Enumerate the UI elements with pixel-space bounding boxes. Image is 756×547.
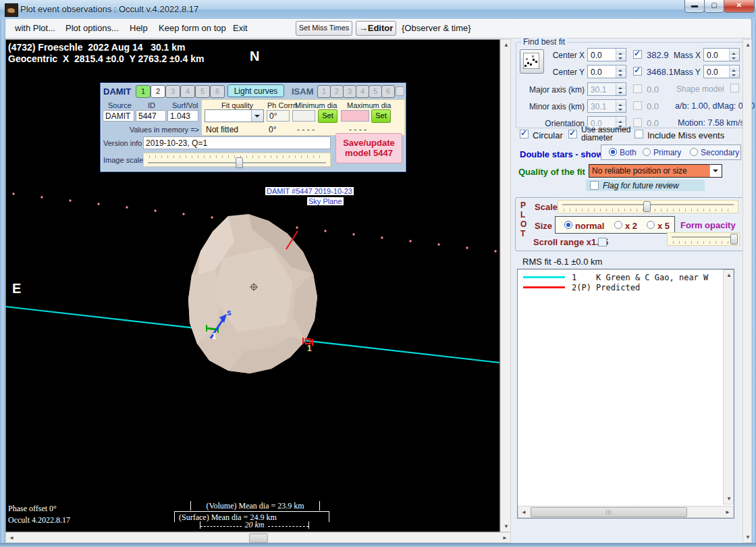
scroll-left-icon[interactable]: ◄ — [9, 535, 14, 541]
both-radio[interactable] — [609, 148, 617, 156]
center-x-input[interactable]: 0.0 — [587, 48, 626, 61]
id-input[interactable]: 5447 — [136, 110, 166, 122]
set-miss-times-button[interactable]: Set Miss Times — [296, 21, 352, 36]
image-scale-slider[interactable] — [143, 153, 331, 167]
isam-tab-4[interactable]: 4 — [356, 85, 369, 98]
damit-tab-5[interactable]: 5 — [195, 85, 210, 98]
legend-horizontal-scrollbar[interactable]: ◄ ► ||| — [518, 506, 734, 518]
primary-radio[interactable] — [643, 148, 651, 156]
memory-fit-value: Not fitted — [206, 125, 238, 134]
damit-tab-4[interactable]: 4 — [180, 85, 195, 98]
geocentric-line: Geocentric X 2815.4 ±0.0 Y 2763.2 ±0.4 k… — [8, 53, 204, 64]
version-info-input[interactable]: 2019-10-23, Q=1 — [143, 136, 331, 149]
size-normal-radio[interactable] — [564, 221, 572, 229]
menu-keep-form-on-top[interactable]: Keep form on top — [159, 23, 226, 33]
center-y-input[interactable]: 0.0 — [587, 65, 626, 78]
plot-h-scroll-thumb[interactable] — [249, 533, 268, 543]
window-title: Plot event observations : Occult v.4.202… — [20, 4, 198, 14]
fit-quality-dropdown[interactable] — [205, 109, 264, 122]
center-x-spinner[interactable] — [616, 49, 626, 61]
circular-checkbox[interactable] — [520, 130, 529, 138]
isam-tab-2[interactable]: 2 — [330, 85, 344, 98]
isam-tab-1[interactable]: 1 — [317, 85, 331, 98]
isam-tab-5[interactable]: 5 — [369, 85, 382, 98]
y-value: 3468.1 — [647, 67, 674, 77]
plot-horizontal-scrollbar[interactable]: ◄ ► — [5, 532, 511, 543]
form-opacity-slider[interactable] — [667, 232, 740, 246]
legend-scroll-left-icon[interactable]: ◄ — [521, 509, 526, 515]
legend-scroll-up-icon[interactable]: ▲ — [726, 272, 732, 278]
scale-slider-thumb[interactable] — [643, 201, 651, 212]
include-miss-checkbox[interactable] — [634, 130, 643, 138]
maximum-dia-input[interactable] — [341, 110, 369, 122]
scale-slider[interactable] — [558, 200, 738, 213]
volume-diameter-label: (Volume) Mean dia = 23.9 km — [190, 501, 320, 511]
legend-scroll-right-icon[interactable]: ► — [725, 509, 730, 515]
legend-text: 1 K Green & C Gao, near W — [572, 273, 708, 282]
isam-tab-6[interactable]: 6 — [381, 85, 395, 98]
x-value-checkbox[interactable] — [633, 50, 642, 59]
scroll-down-icon[interactable]: ▼ — [504, 523, 509, 529]
form-vertical-scrollbar[interactable]: ▲ ▼ — [742, 39, 752, 543]
menu-help[interactable]: Help — [130, 23, 148, 33]
form-scroll-down-icon[interactable]: ▼ — [745, 534, 751, 540]
scroll-range-label: Scroll range x1.25 — [533, 237, 608, 247]
save-update-button[interactable]: Save/update model 5447 — [335, 133, 402, 163]
menu-exit[interactable]: Exit — [233, 23, 248, 33]
flag-checkbox[interactable] — [590, 181, 599, 190]
legend-h-scroll-thumb[interactable]: ||| — [531, 507, 687, 517]
legend-vertical-scrollbar[interactable]: ▲ ▼ — [723, 269, 734, 504]
quality-dropdown[interactable]: No reliable position or size — [589, 164, 722, 178]
set-minimum-button[interactable]: Set — [318, 109, 338, 123]
mass-x-spinner[interactable] — [729, 49, 739, 61]
damit-tab-1[interactable]: 1 — [136, 85, 151, 98]
maximize-button[interactable]: ▢ — [704, 0, 724, 13]
menu-with-plot[interactable]: with Plot... — [15, 23, 55, 33]
legend-item[interactable]: 2(P) Predicted — [523, 283, 734, 292]
source-value: DAMIT — [103, 110, 134, 122]
model-label: DAMIT #5447 2019-10-23 — [265, 187, 354, 195]
secondary-radio[interactable] — [690, 148, 698, 156]
mass-y-input[interactable]: 0.0 — [703, 65, 740, 78]
legend-item[interactable]: 1 K Green & C Gao, near W — [523, 273, 734, 282]
sky-plane-label: Sky Plane — [307, 197, 344, 205]
size-label: Size — [535, 221, 552, 231]
center-y-spinner[interactable] — [616, 66, 626, 78]
legend-scroll-down-icon[interactable]: ▼ — [726, 496, 732, 502]
isam-tab-3[interactable]: 3 — [343, 85, 356, 98]
size-x5-radio[interactable] — [647, 221, 655, 229]
menu-plot-options[interactable]: Plot options... — [65, 23, 119, 33]
size-x2-radio[interactable] — [614, 221, 622, 229]
plot-vertical-scrollbar[interactable]: ▲ ▼ — [500, 39, 511, 532]
minimum-dia-input[interactable] — [292, 110, 315, 122]
use-assumed-checkbox[interactable] — [568, 130, 577, 138]
major-alt-checkbox — [633, 84, 642, 93]
damit-tab-3[interactable]: 3 — [165, 85, 180, 98]
mass-y-spinner[interactable] — [729, 66, 739, 78]
version-info-label: Version info — [103, 139, 142, 147]
mass-x-input[interactable]: 0.0 — [703, 48, 740, 61]
form-opacity-slider-thumb[interactable] — [730, 234, 738, 244]
scroll-up-icon[interactable]: ▲ — [504, 42, 509, 48]
form-scroll-up-icon[interactable]: ▲ — [745, 42, 751, 48]
quality-value: No reliable position or size — [589, 165, 709, 177]
include-miss-label: Include Miss events — [647, 130, 724, 140]
damit-panel-corner-button[interactable] — [396, 86, 404, 96]
damit-tab-6[interactable]: 6 — [210, 85, 225, 98]
editor-button[interactable]: →Editor — [356, 21, 396, 36]
scroll-right-icon[interactable]: ► — [502, 535, 508, 541]
ph-corrn-input[interactable]: 0° — [267, 110, 290, 122]
close-button[interactable]: ✕ — [724, 0, 755, 13]
quality-dropdown-arrow-icon[interactable] — [709, 165, 722, 177]
set-maximum-button[interactable]: Set — [371, 109, 391, 123]
damit-tab-2[interactable]: 2 — [151, 85, 165, 98]
legend-listbox[interactable]: 1 K Green & C Gao, near W2(P) Predicted — [517, 269, 734, 519]
image-scale-slider-thumb[interactable] — [236, 157, 243, 168]
minimize-button[interactable]: ▬ — [684, 0, 705, 13]
light-curves-button[interactable]: Light curves — [227, 84, 284, 97]
window-border-bottom — [0, 543, 756, 547]
legend-color-line — [523, 286, 565, 288]
y-value-checkbox[interactable] — [633, 67, 642, 76]
scroll-range-checkbox[interactable] — [598, 238, 607, 246]
dropdown-arrow-icon[interactable] — [251, 110, 263, 122]
